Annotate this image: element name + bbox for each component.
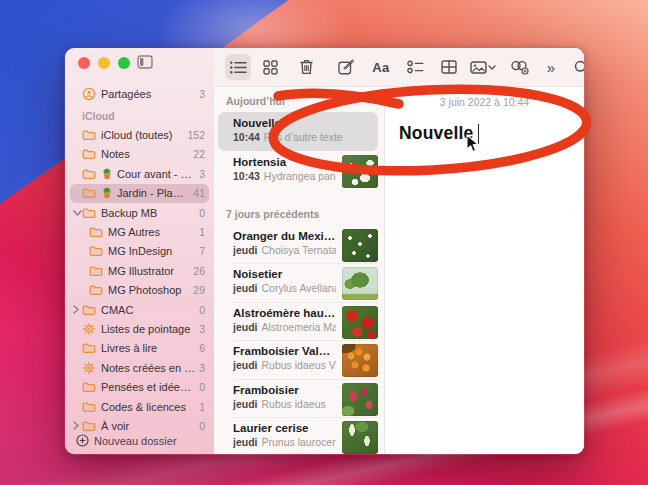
sidebar-folder-list: Partagées 3 iCloud iCloud (toutes) 152 N… [65,84,214,436]
chevron-down-icon[interactable] [73,210,82,216]
list-view-button[interactable] [225,54,251,80]
note-list-item-laurier[interactable]: Laurier cerise jeudiPrunus laurocer… [214,417,384,454]
sidebar-item-mg-photoshop[interactable]: MG Photoshop 29 [65,281,214,300]
more-toolbar-button[interactable]: » [538,54,564,80]
folder-count: 1 [199,401,205,413]
folder-icon [82,207,97,219]
checklist-button[interactable] [402,54,428,80]
sidebar-item-livres-a-lire[interactable]: Livres à lire 6 [65,339,214,358]
chevron-right-icon[interactable] [73,305,82,314]
folder-count: 7 [199,245,205,257]
sidebar-item-mg-autres[interactable]: MG Autres 1 [65,222,214,241]
table-button[interactable] [436,54,462,80]
sidebar-item-partagees[interactable]: Partagées 3 [65,84,214,103]
collaborate-link-button[interactable] [506,54,532,80]
folder-icon [89,265,104,277]
plus-circle-icon [76,434,89,447]
note-list-item-alstroemere[interactable]: Alstroémère haute… jeudiAlstroemeria Ma… [214,302,384,341]
folder-icon [89,284,104,296]
new-folder-button[interactable]: Nouveau dossier [76,434,177,447]
folder-icon [82,420,97,432]
sidebar-item-pensees-idees[interactable]: Pensées et idées au… 0 [65,377,214,396]
window-controls [78,57,130,69]
folder-count: 0 [199,420,205,432]
content-area: Aa » Aujourd’hui [214,48,584,454]
folder-count: 26 [193,265,205,277]
minimize-button[interactable] [98,57,110,69]
note-thumbnail [342,383,378,416]
folder-icon [89,226,104,238]
folder-icon [82,187,97,199]
gallery-view-button[interactable] [257,54,283,80]
sidebar-section-label: iCloud [65,103,214,125]
text-caret [478,124,480,144]
smart-folder-gear-icon [82,322,97,336]
sidebar-toggle-icon[interactable] [137,55,153,69]
folder-count: 0 [199,207,205,219]
folder-count: 3 [199,168,205,180]
folder-icon [82,401,97,413]
folder-icon [89,245,104,257]
compose-note-button[interactable] [333,54,359,80]
note-list-item-noisetier[interactable]: Noisetier jeudiCorylus Avellana… [214,263,384,302]
sidebar-item-codes-licences[interactable]: Codes & licences 1 [65,397,214,416]
list-section-header: Aujourd’hui [214,87,384,112]
note-list-item-nouvelle[interactable]: Nouvelle 10:44Pas d’autre texte [218,112,378,151]
chevron-right-icon[interactable] [73,421,82,430]
sidebar-item-cmac[interactable]: CMAC 0 [65,300,214,319]
note-thumbnail [342,306,378,339]
note-list-item-framboisier-valen[interactable]: Framboisier Valen… jeudiRubus idaeus V… [214,340,384,379]
delete-note-button[interactable] [293,54,319,80]
sidebar-item-mg-indesign[interactable]: MG InDesign 7 [65,242,214,261]
format-button[interactable]: Aa [368,54,394,80]
note-thumbnail [342,267,378,300]
sidebar-item-backup-mb[interactable]: Backup MB 0 [65,203,214,222]
media-button[interactable] [470,54,496,80]
note-list-item-hortensia[interactable]: Hortensia 10:43Hydrangea pan… [214,151,384,190]
sidebar-item-listes-de-pointage[interactable]: Listes de pointage 3 [65,319,214,338]
note-title-text: Nouvelle [399,123,474,144]
notes-list: Aujourd’hui Nouvelle 10:44Pas d’autre te… [214,87,385,454]
folder-count: 152 [187,129,205,141]
folder-count: 0 [199,304,205,316]
folder-count: 3 [199,362,205,374]
folder-count: 0 [199,381,205,393]
notes-app-window: Partagées 3 iCloud iCloud (toutes) 152 N… [64,47,585,455]
sidebar: Partagées 3 iCloud iCloud (toutes) 152 N… [65,48,214,454]
media-chevron-icon [488,65,496,70]
note-editor[interactable]: 3 juin 2022 à 10:44 Nouvelle [385,87,584,454]
sidebar-item-jardin-plantes[interactable]: Jardin - Plantes… 41 [70,184,209,203]
plant-icon [101,168,114,180]
sidebar-item-cour-avant[interactable]: Cour avant - Pla… 3 [65,164,214,183]
zoom-button[interactable] [118,57,130,69]
folder-count: 22 [193,148,205,160]
note-thumbnail [342,155,378,188]
folder-icon [82,381,97,393]
folder-icon [82,342,97,354]
plant-icon [101,187,114,199]
folder-count: 1 [199,226,205,238]
close-button[interactable] [78,57,90,69]
list-section-header: 7 jours précédents [214,190,384,225]
folder-count: 29 [193,284,205,296]
sidebar-item-notes-creees-2021[interactable]: Notes créées en 2021 3 [65,358,214,377]
note-thumbnail [342,229,378,262]
note-thumbnail [342,421,378,454]
search-button[interactable] [568,54,585,80]
folder-count: 3 [199,88,205,100]
folder-icon [82,129,97,141]
sidebar-item-mg-illustrator[interactable]: MG Illustrator 26 [65,261,214,280]
folder-icon [82,168,97,180]
sidebar-item-a-voir[interactable]: À voir 0 [65,416,214,435]
note-thumbnail [342,344,378,377]
shared-icon [82,87,97,101]
sidebar-item-notes[interactable]: Notes 22 [65,145,214,164]
note-list-item-framboisier[interactable]: Framboisier jeudiRubus idaeus [214,379,384,418]
sidebar-item-icloud-toutes[interactable]: iCloud (toutes) 152 [65,125,214,144]
note-list-item-oranger[interactable]: Oranger du Mexique jeudiChoisya Ternata [214,225,384,264]
folder-count: 41 [193,187,205,199]
toolbar: Aa » [214,48,584,87]
note-date: 3 juin 2022 à 10:44 [385,87,584,108]
folder-count: 3 [199,323,205,335]
folder-icon [82,148,97,160]
